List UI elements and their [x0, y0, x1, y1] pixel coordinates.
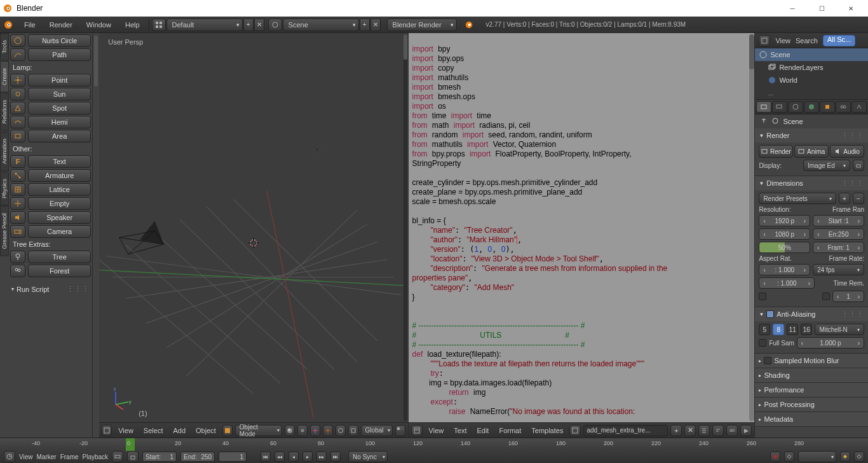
add-scene-button[interactable]: + [360, 18, 370, 31]
outliner-world-row[interactable]: World [755, 74, 868, 86]
word-wrap-icon[interactable] [712, 425, 724, 436]
fullsample-check[interactable] [759, 339, 766, 347]
add-speaker-button[interactable]: Speaker [28, 211, 91, 224]
tab-relations[interactable]: Relations [0, 93, 9, 131]
autokey-icon[interactable] [770, 452, 780, 462]
outliner-more-row[interactable]: ... [755, 86, 868, 99]
tl-menu-frame[interactable]: Frame [60, 453, 79, 460]
aspect-y-field[interactable]: ‹: 1.000› [759, 277, 815, 289]
menu-file[interactable]: File [18, 18, 42, 32]
play-icon[interactable]: ▸ [302, 452, 313, 462]
sync-dropdown[interactable]: No Sync [348, 451, 388, 462]
play-reverse-icon[interactable]: ◂ [288, 452, 299, 462]
ol-menu-view[interactable]: View [775, 37, 790, 45]
code-area[interactable]: import bpy import bpy.ops import copy im… [409, 33, 755, 422]
tl-start-field[interactable]: Start:1 [142, 452, 177, 462]
add-spot-button[interactable]: Spot [28, 102, 91, 114]
next-key-icon[interactable]: ▸▸ [316, 452, 327, 462]
add-camera-button[interactable]: Camera [28, 225, 91, 238]
run-script-icon[interactable]: ▶ [740, 425, 752, 436]
aa-filter-dropdown[interactable]: Mitchell-N▾ [815, 324, 864, 335]
menu-help[interactable]: Help [119, 18, 146, 32]
te-menu-templates[interactable]: Templates [527, 427, 567, 434]
aa-11[interactable]: 11 [787, 324, 798, 335]
res-y-field[interactable]: ‹1080 p› [759, 228, 810, 240]
add-point-button[interactable]: Point [28, 74, 91, 86]
scale-manipulator-icon[interactable] [348, 425, 358, 436]
pivot-icon[interactable] [297, 425, 308, 436]
tl-menu-playback[interactable]: Playback [83, 453, 109, 460]
tl-lock-icon[interactable] [127, 451, 139, 462]
te-menu-format[interactable]: Format [495, 427, 525, 434]
panel-dim-head[interactable]: ▼Dimensions⋮⋮⋮ [755, 176, 868, 190]
line-numbers-icon[interactable] [698, 425, 710, 436]
tab-animation[interactable]: Animation [0, 132, 9, 171]
orientation-dropdown[interactable]: Global [361, 425, 393, 436]
text-unlink-button[interactable]: ✕ [684, 425, 696, 436]
outliner-type-icon[interactable] [759, 35, 770, 46]
tab-physics[interactable]: Physics [0, 172, 9, 205]
preset-add-icon[interactable]: + [839, 193, 850, 204]
add-tree-button[interactable]: Tree [28, 251, 91, 263]
aspect-x-field[interactable]: ‹: 1.000› [759, 264, 810, 275]
text-add-button[interactable]: + [670, 425, 682, 436]
engine-dropdown[interactable]: Blender Render [387, 18, 457, 31]
screen-browse-icon[interactable] [152, 18, 166, 31]
viewport-scroll[interactable] [403, 34, 407, 421]
timeline-ruler[interactable]: -40 -20 0 20 40 60 80 100 120 140 160 18… [0, 438, 868, 451]
display-dropdown[interactable]: Image Ed▾ [803, 160, 850, 171]
add-empty-button[interactable]: Empty [28, 197, 91, 210]
tl-menu-marker[interactable]: Marker [37, 453, 57, 460]
menu-render[interactable]: Render [43, 18, 79, 32]
frame-step-field[interactable]: ‹Fram: 1› [813, 242, 864, 253]
preset-remove-icon[interactable]: − [853, 193, 864, 204]
panel-smb-head[interactable]: ▸Sampled Motion Blur [755, 354, 868, 368]
aa-enable-check[interactable] [766, 310, 774, 318]
jump-start-icon[interactable]: ⏮ [261, 452, 271, 462]
layout-dropdown[interactable]: Default [166, 18, 243, 31]
res-x-field[interactable]: ‹1920 p› [759, 215, 810, 226]
panel-shading-head[interactable]: ▸Shading [755, 368, 868, 382]
tab-world-icon[interactable] [804, 101, 819, 113]
lock-icon[interactable] [853, 160, 864, 171]
minimize-button[interactable]: ─ [778, 0, 807, 17]
smb-check[interactable] [764, 357, 771, 364]
rotate-manipulator-icon[interactable] [336, 425, 346, 436]
syntax-highlight-icon[interactable]: ab [726, 425, 738, 436]
add-layout-button[interactable]: + [243, 18, 254, 31]
tab-object-icon[interactable] [820, 101, 835, 113]
prev-key-icon[interactable]: ◂◂ [275, 452, 285, 462]
res-pct-field[interactable]: 50% [759, 242, 810, 253]
animation-button[interactable]: Anima [794, 145, 829, 158]
te-menu-view[interactable]: View [425, 427, 448, 434]
shading-sphere-icon[interactable] [285, 425, 295, 436]
add-lattice-button[interactable]: Lattice [28, 183, 91, 196]
frame-start-field[interactable]: ‹Start :1› [813, 215, 864, 226]
add-forest-button[interactable]: Forest [28, 265, 91, 277]
tl-current-field[interactable]: 1 [219, 452, 247, 462]
te-menu-text[interactable]: Text [450, 427, 470, 434]
text-databrowse-icon[interactable] [569, 425, 581, 436]
manipulator-toggle-icon[interactable] [310, 425, 320, 436]
panel-post-head[interactable]: ▸Post Processing [755, 397, 868, 411]
tab-create[interactable]: Create [0, 61, 9, 92]
scene-browse-icon[interactable] [268, 18, 282, 31]
text-datablock-name[interactable]: add_mesh_extra_tre... [583, 425, 668, 436]
tab-constraints-icon[interactable] [836, 101, 851, 113]
keying-set-dropdown[interactable] [798, 451, 836, 462]
delete-key-icon[interactable] [854, 452, 864, 462]
render-button[interactable]: Render [759, 145, 793, 158]
border-check[interactable] [759, 293, 766, 300]
tab-scene-icon[interactable] [788, 101, 803, 113]
add-path-button[interactable]: Path [28, 48, 91, 61]
layers-icon[interactable] [395, 425, 405, 436]
maximize-button[interactable]: ☐ [807, 0, 836, 17]
toolshelf-scroll[interactable] [93, 33, 99, 438]
tab-grease-pencil[interactable]: Grease Pencil [0, 206, 9, 256]
tab-render-icon[interactable] [756, 101, 771, 113]
mode-dropdown[interactable]: Object Mode [235, 425, 282, 436]
add-area-button[interactable]: Area [28, 130, 91, 142]
ol-menu-search[interactable]: Search [796, 37, 818, 45]
tl-menu-view[interactable]: View [19, 453, 33, 460]
outliner-renderlayers-row[interactable]: RenderLayers [755, 61, 868, 74]
